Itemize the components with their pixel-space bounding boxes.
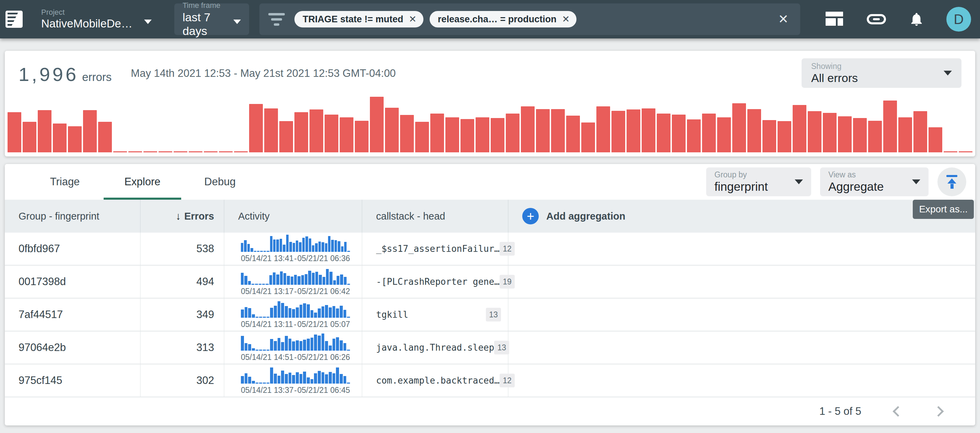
pagination-range: 1 - 5 of 5 — [819, 405, 861, 417]
activity-start: 05/14/21 14:51 — [241, 353, 293, 362]
tab-triage[interactable]: Triage — [26, 164, 103, 200]
project-label: Project — [41, 8, 132, 17]
export-icon — [947, 178, 956, 183]
project-value: NativeMobileDe… — [41, 17, 132, 30]
timeframe-selector[interactable]: Time frame last 7 days — [174, 3, 249, 35]
remove-filter-icon[interactable]: ✕ — [409, 14, 417, 25]
activity-cell: 05/14/21 14:51-05/21/21 06:26 — [224, 331, 362, 364]
view-as-dropdown[interactable]: View as Aggregate — [820, 167, 929, 196]
pagination: 1 - 5 of 5 — [5, 397, 975, 425]
showing-dropdown[interactable]: Showing All errors — [802, 58, 961, 88]
date-separator: - — [294, 287, 297, 296]
activity-start: 05/14/21 13:17 — [241, 287, 293, 296]
activity-sparkline — [241, 267, 350, 285]
callstack-head: _$ss17_assertionFailur… — [376, 244, 500, 254]
top-bar: Project NativeMobileDe… Time frame last … — [0, 0, 980, 38]
bell-icon — [908, 11, 924, 28]
activity-sparkline — [241, 235, 350, 252]
filter-search-bar[interactable]: TRIAGE state != muted ✕ release.cha… = p… — [259, 3, 800, 35]
column-header-group-fingerprint[interactable]: Group - fingerprint — [5, 200, 141, 232]
caret-down-icon — [233, 19, 241, 24]
plus-icon: + — [522, 208, 539, 224]
table-header: Group - fingerprint ↓ Errors Activity ca… — [5, 200, 975, 232]
showing-value: All errors — [811, 71, 858, 85]
view-as-label: View as — [828, 170, 884, 180]
filter-chip-text: release.cha… = production — [438, 14, 557, 25]
dashboard-layout-button[interactable] — [826, 12, 844, 27]
group-by-label: Group by — [714, 170, 768, 180]
layout-icon — [826, 12, 844, 27]
table-row[interactable]: 0fbfd967 538 05/14/21 13:41-05/21/21 06:… — [5, 232, 975, 266]
column-header-errors[interactable]: ↓ Errors — [141, 200, 224, 232]
view-as-value: Aggregate — [828, 180, 884, 194]
add-aggregation-button[interactable]: + Add aggregation — [509, 200, 975, 232]
table-row[interactable]: 7af44517 349 05/14/21 13:11-05/21/21 05:… — [5, 299, 975, 331]
group-by-dropdown[interactable]: Group by fingerprint — [706, 167, 811, 196]
callstack-cell: -[PLCrashReporter gene… 19 — [362, 266, 509, 298]
export-icon — [947, 175, 957, 177]
user-avatar[interactable]: D — [947, 7, 971, 32]
fingerprint-cell: 97064e2b — [5, 331, 141, 364]
callstack-head: com.example.backtraced… — [376, 376, 500, 386]
sort-desc-icon: ↓ — [176, 210, 181, 222]
activity-sparkline — [241, 366, 350, 384]
activity-cell: 05/14/21 13:11-05/21/21 05:07 — [224, 299, 362, 331]
errors-cell: 349 — [141, 299, 224, 331]
callstack-cell: java.lang.Thread.sleep 13 — [362, 331, 509, 364]
errors-header-label: Errors — [184, 211, 214, 222]
remove-filter-icon[interactable]: ✕ — [562, 14, 570, 25]
notifications-button[interactable] — [908, 11, 924, 28]
clear-filters-icon[interactable]: ✕ — [775, 12, 791, 26]
activity-start: 05/14/21 13:37 — [241, 386, 293, 395]
activity-end: 05/21/21 06:45 — [298, 386, 350, 395]
tab-explore[interactable]: Explore — [103, 164, 181, 200]
errors-histogram — [8, 97, 972, 152]
column-header-activity[interactable]: Activity — [224, 200, 362, 232]
showing-label: Showing — [811, 61, 858, 71]
activity-sparkline — [241, 333, 350, 351]
date-range: May 14th 2021 12:53 - May 21st 2021 12:5… — [131, 67, 396, 80]
callstack-cell: tgkill 13 — [362, 299, 509, 331]
errors-cell: 494 — [141, 266, 224, 298]
backtrace-logo-icon[interactable] — [5, 11, 23, 28]
callstack-head: java.lang.Thread.sleep — [376, 342, 494, 353]
caret-down-icon — [943, 71, 952, 75]
table-row[interactable]: 97064e2b 313 05/14/21 14:51-05/21/21 06:… — [5, 331, 975, 365]
table-row[interactable]: 0017398d 494 05/14/21 13:17-05/21/21 06:… — [5, 266, 975, 299]
tab-debug[interactable]: Debug — [181, 164, 259, 200]
callstack-head: -[PLCrashReporter gene… — [376, 277, 500, 287]
empty-aggregation-cell — [509, 232, 975, 265]
empty-aggregation-cell — [509, 365, 975, 396]
filter-chip-release-channel[interactable]: release.cha… = production ✕ — [430, 11, 576, 27]
date-separator: - — [294, 320, 296, 329]
filter-chip-text: TRIAGE state != muted — [303, 14, 403, 25]
next-page-icon[interactable] — [933, 406, 943, 417]
fingerprint-cell: 975cf145 — [5, 365, 141, 396]
error-count: 1,996 — [19, 63, 79, 86]
group-by-value: fingerprint — [714, 180, 768, 194]
share-link-button[interactable] — [867, 14, 886, 24]
empty-aggregation-cell — [509, 299, 975, 331]
project-selector[interactable]: Project NativeMobileDe… — [41, 8, 152, 30]
fingerprint-cell: 7af44517 — [5, 299, 141, 331]
add-aggregation-label: Add aggregation — [546, 211, 625, 222]
previous-page-icon[interactable] — [892, 406, 903, 417]
timeframe-label: Time frame — [183, 1, 229, 10]
filter-chip-triage-state[interactable]: TRIAGE state != muted ✕ — [294, 11, 423, 27]
activity-end: 05/21/21 06:42 — [298, 287, 350, 296]
fingerprint-cell: 0fbfd967 — [5, 232, 141, 265]
fingerprint-cell: 0017398d — [5, 266, 141, 298]
column-header-callstack-head[interactable]: callstack - head — [362, 200, 509, 232]
callstack-head: tgkill — [376, 309, 408, 320]
callstack-cell: com.example.backtraced… 12 — [362, 365, 509, 396]
error-count-unit: errors — [82, 71, 111, 84]
logo-stripes — [8, 13, 21, 26]
export-tooltip: Export as... — [913, 200, 974, 219]
link-icon — [867, 14, 886, 24]
export-button[interactable] — [937, 167, 966, 196]
activity-start: 05/14/21 13:41 — [241, 254, 293, 263]
tabs-row: Triage Explore Debug Group by fingerprin… — [5, 164, 975, 200]
frame-count-badge: 13 — [494, 341, 509, 355]
activity-end: 05/21/21 05:07 — [298, 320, 350, 329]
table-row[interactable]: 975cf145 302 05/14/21 13:37-05/21/21 06:… — [5, 365, 975, 397]
